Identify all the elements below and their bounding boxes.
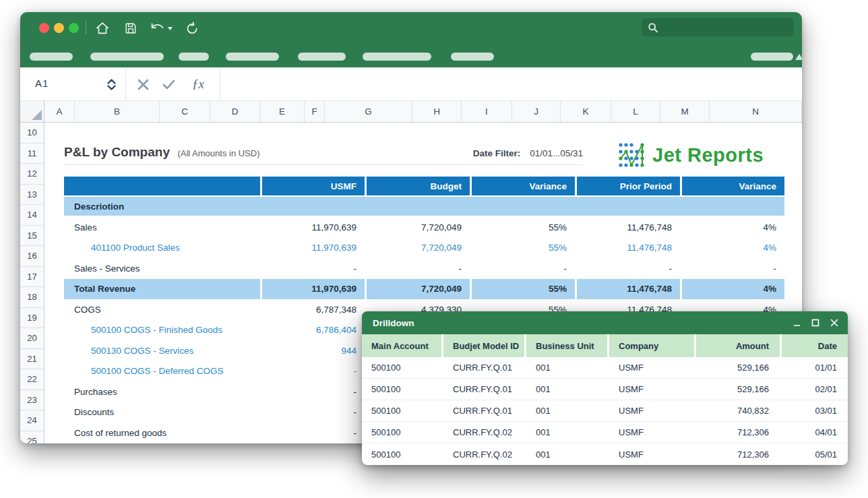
drilldown-cell: CURR.FY.Q.01 xyxy=(443,400,524,421)
report-cell: - xyxy=(262,423,365,443)
row-header-20[interactable]: 20 xyxy=(20,328,44,349)
report-cell: 6,787,348 xyxy=(262,299,365,320)
cancel-button[interactable] xyxy=(133,75,152,93)
column-header-H[interactable]: H xyxy=(412,101,462,122)
row-header-17[interactable]: 17 xyxy=(20,267,44,288)
column-header-A[interactable]: A xyxy=(44,101,75,122)
enter-button[interactable] xyxy=(159,75,178,93)
row-header-15[interactable]: 15 xyxy=(20,226,44,247)
date-filter-value[interactable]: 01/01...05/31 xyxy=(530,148,583,158)
name-box[interactable]: A1 xyxy=(35,77,49,89)
home-button[interactable] xyxy=(94,20,111,37)
column-header-I[interactable]: I xyxy=(462,101,512,122)
chevron-down-icon xyxy=(107,85,116,90)
row-header-14[interactable]: 14 xyxy=(20,205,44,226)
report-row-label[interactable]: 401100 Product Sales xyxy=(64,238,260,259)
row-header-10[interactable]: 10 xyxy=(20,123,44,144)
ribbon-tab-placeholder-4[interactable] xyxy=(298,53,346,61)
report-row: Sales - Services----- xyxy=(64,258,784,279)
ribbon-tab-placeholder-2[interactable] xyxy=(179,53,209,61)
ribbon-tab-placeholder-7[interactable] xyxy=(751,53,793,61)
formula-bar-divider-2 xyxy=(220,67,220,100)
close-button[interactable] xyxy=(825,311,844,334)
column-header-K[interactable]: K xyxy=(561,101,611,122)
report-header-cell: Variance xyxy=(682,177,784,195)
column-header-D[interactable]: D xyxy=(210,101,260,122)
save-button[interactable] xyxy=(122,20,140,37)
ribbon-tab-placeholder-3[interactable] xyxy=(226,53,279,61)
drilldown-cell: 712,306 xyxy=(696,422,780,443)
column-header-G[interactable]: G xyxy=(325,101,412,122)
search-input[interactable] xyxy=(662,22,784,32)
report-header-cell xyxy=(64,177,260,195)
report-cell[interactable]: 55% xyxy=(472,238,575,259)
ribbon-tab-placeholder-6[interactable] xyxy=(451,53,494,61)
report-cell[interactable]: 944 xyxy=(262,340,365,361)
row-header-22[interactable]: 22 xyxy=(20,369,44,390)
column-header-J[interactable]: J xyxy=(512,101,561,122)
row-header-23[interactable]: 23 xyxy=(20,390,44,411)
drilldown-cell: 529,166 xyxy=(696,379,780,400)
traffic-light-minimize[interactable] xyxy=(54,23,64,33)
row-header-16[interactable]: 16 xyxy=(20,246,44,267)
drilldown-cell: 500100 xyxy=(362,443,441,465)
traffic-light-zoom[interactable] xyxy=(69,23,79,33)
report-cell[interactable]: 11,970,639 xyxy=(262,238,365,259)
row-header-18[interactable]: 18 xyxy=(20,287,44,308)
maximize-button[interactable] xyxy=(806,311,825,334)
report-cell: - xyxy=(262,258,365,279)
report-cell: - xyxy=(367,258,470,279)
select-all-triangle-icon xyxy=(32,110,42,120)
redo-refresh-icon xyxy=(185,22,199,36)
undo-button[interactable] xyxy=(148,20,175,37)
report-row-label[interactable]: 500100 COGS - Finished Goods xyxy=(64,320,260,341)
column-header-N[interactable]: N xyxy=(710,101,802,122)
drilldown-row: 500100CURR.FY.Q.02001USMF712,30604/01 xyxy=(362,422,848,443)
redo-button[interactable] xyxy=(183,20,201,37)
ribbon-tab-placeholder-5[interactable] xyxy=(363,53,431,61)
report-cell[interactable]: 7,720,049 xyxy=(367,238,470,259)
insert-function-button[interactable]: ƒx xyxy=(189,75,208,93)
row-header-24[interactable]: 24 xyxy=(20,410,44,431)
drilldown-header-cell: Budjet Model ID xyxy=(443,334,524,357)
report-row-label[interactable]: 500100 COGS - Deferred COGS xyxy=(64,361,260,382)
drilldown-cell: USMF xyxy=(609,357,694,378)
ribbon-collapse-arrow-icon[interactable] xyxy=(795,54,802,60)
search-box[interactable] xyxy=(642,18,794,36)
report-cell[interactable]: 6,786,404 xyxy=(262,320,365,341)
drilldown-cell: CURR.FY.Q.02 xyxy=(443,443,524,465)
report-cell: 11,970,639 xyxy=(262,217,365,238)
column-header-F[interactable]: F xyxy=(305,101,325,122)
ribbon-tab-placeholder-0[interactable] xyxy=(30,53,73,61)
drilldown-titlebar[interactable]: Drilldown xyxy=(362,311,848,334)
row-header-21[interactable]: 21 xyxy=(20,349,44,370)
row-header-13[interactable]: 13 xyxy=(20,185,44,206)
column-header-B[interactable]: B xyxy=(75,101,160,122)
minimize-button[interactable] xyxy=(787,311,806,334)
report-cell[interactable]: 4% xyxy=(682,238,784,259)
row-header-11[interactable]: 11 xyxy=(20,144,44,164)
column-header-C[interactable]: C xyxy=(160,101,210,122)
report-row-label[interactable]: 500130 COGS - Services xyxy=(64,340,260,361)
name-box-spinner[interactable] xyxy=(101,73,121,96)
row-header-25[interactable]: 25 xyxy=(20,431,44,444)
column-header-M[interactable]: M xyxy=(660,101,710,122)
report-row-label: Total Revenue xyxy=(64,279,260,300)
column-header-L[interactable]: L xyxy=(611,101,660,122)
report-section-label: Descriotion xyxy=(64,197,784,216)
report-cell: - xyxy=(472,258,575,279)
ribbon-tab-placeholder-1[interactable] xyxy=(90,53,164,61)
drilldown-cell: 03/01 xyxy=(782,400,848,421)
traffic-light-close[interactable] xyxy=(39,23,49,33)
select-all-corner[interactable] xyxy=(20,101,44,122)
report-title-block: P&L by Company (All Amounts in USD) xyxy=(64,145,260,160)
report-cell: - xyxy=(262,402,365,423)
report-header-cell: Variance xyxy=(472,177,575,195)
drilldown-cell: 500100 xyxy=(362,357,441,378)
titlebar-divider xyxy=(86,21,86,34)
report-cell[interactable]: 11,476,748 xyxy=(577,238,680,259)
row-header-19[interactable]: 19 xyxy=(20,308,44,329)
column-header-E[interactable]: E xyxy=(260,101,305,122)
row-header-12[interactable]: 12 xyxy=(20,164,44,185)
report-cell[interactable]: - xyxy=(262,361,365,382)
